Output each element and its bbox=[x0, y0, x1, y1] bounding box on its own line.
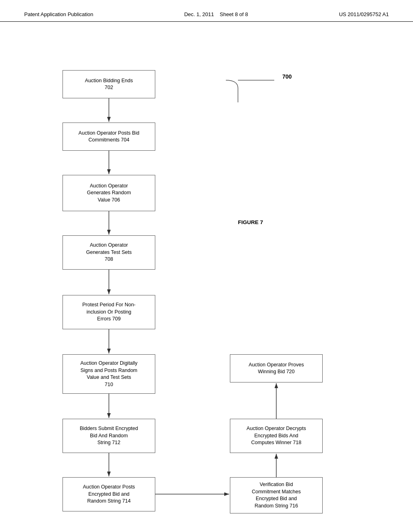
header-left: Patent Application Publication bbox=[24, 11, 93, 17]
box_714: Auction Operator Posts Encrypted Bid and… bbox=[63, 477, 155, 511]
box_706: Auction Operator Generates Random Value … bbox=[63, 175, 155, 211]
header-right: US 2011/0295752 A1 bbox=[339, 11, 389, 17]
box_710: Auction Operator Digitally Signs and Pos… bbox=[63, 354, 155, 394]
box_708: Auction Operator Generates Test Sets 708 bbox=[63, 235, 155, 270]
box_704: Auction Operator Posts Bid Commitments 7… bbox=[63, 123, 155, 151]
box_718: Auction Operator Decrypts Encrypted Bids… bbox=[230, 419, 323, 453]
box_712: Bidders Submit Encrypted Bid And Random … bbox=[63, 419, 155, 453]
page-header: Patent Application Publication Dec. 1, 2… bbox=[0, 0, 413, 22]
diagram-container: Auction Bidding Ends 702Auction Operator… bbox=[0, 22, 413, 517]
header-center: Dec. 1, 2011 Sheet 8 of 8 bbox=[184, 11, 248, 17]
box_720: Auction Operator Proves Winning Bid 720 bbox=[230, 354, 323, 382]
diagram-number: 700 bbox=[282, 73, 292, 80]
box_716: Verification Bid Commitment Matches Encr… bbox=[230, 477, 323, 513]
box_702: Auction Bidding Ends 702 bbox=[63, 70, 155, 98]
arrows-svg bbox=[0, 22, 413, 517]
figure-label: FIGURE 7 bbox=[238, 219, 263, 225]
box_709: Protest Period For Non- inclusion Or Pos… bbox=[63, 295, 155, 329]
